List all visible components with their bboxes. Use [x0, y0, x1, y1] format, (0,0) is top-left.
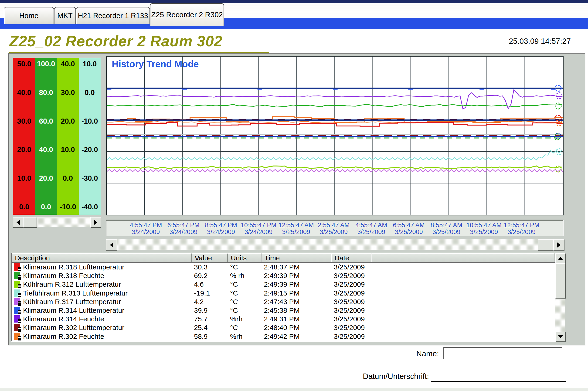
tab-z25-recorder-2-r302[interactable]: Z25 Recorder 2 R302	[150, 3, 224, 26]
scale-column-temperature-red: 50.040.030.020.010.00.0	[13, 58, 35, 215]
column-header-units[interactable]: Units	[228, 253, 262, 262]
table-row[interactable]: Tiefühlraum R.313 Lufttemperatur-19.1°C2…	[12, 289, 555, 298]
time-axis-time: 6:55:47 AM	[393, 222, 425, 229]
series-end-marker	[555, 103, 561, 109]
cell-time: 2:48:37 PM	[264, 263, 299, 272]
tab-h21-recorder-1-r133[interactable]: H21 Recorder 1 R133	[76, 7, 150, 24]
tab-home[interactable]: Home	[4, 7, 54, 24]
scale-tick: -30.0	[79, 174, 100, 182]
time-axis-label: 8:55:47 AM3/25/2009	[431, 222, 463, 235]
scale-tick: 10.0	[79, 60, 100, 68]
trend-line	[107, 166, 562, 169]
table-row[interactable]: Kühlraum R.317 Lufttemperatur4.2°C2:47:4…	[12, 297, 555, 306]
column-header-description[interactable]: Description	[12, 253, 192, 262]
tab-label: MKT	[57, 12, 72, 20]
time-axis-time: 2:55:47 AM	[318, 222, 350, 229]
time-axis-time: 12:55:47 PM	[504, 222, 539, 229]
trend-chart-canvas	[107, 57, 563, 215]
scale-scroll-left-button[interactable]	[13, 217, 23, 228]
left-arrow-icon	[110, 242, 113, 248]
tab-label: Z25 Recorder 2 R302	[151, 10, 223, 19]
chart-scrollbar[interactable]	[106, 239, 564, 250]
trend-chart[interactable]: History Trend Mode	[106, 56, 564, 215]
scale-tick: 0.0	[79, 89, 100, 97]
time-axis-date: 3/24/2009	[167, 229, 199, 235]
tab-label: H21 Recorder 1 R133	[78, 12, 148, 20]
time-axis-time: 8:55:47 AM	[431, 222, 463, 229]
datetime-display: 25.03.09 14:57:27	[509, 37, 571, 46]
series-color-icon	[14, 263, 20, 271]
cell-units: °C	[230, 306, 238, 315]
column-header-value[interactable]: Value	[192, 253, 228, 262]
cell-units: % rh	[230, 271, 245, 280]
signature-line	[431, 381, 566, 382]
table-row[interactable]: Kühlraum R.312 Lufttemperatur4.6°C2:49:3…	[12, 280, 555, 289]
cell-time: 2:49:39 PM	[264, 280, 299, 289]
name-label: Name:	[370, 349, 439, 358]
tab-label: Home	[19, 12, 39, 20]
table-scrollbar-thumb[interactable]	[555, 263, 566, 298]
time-axis-label: 12:55:47 PM3/25/2009	[504, 222, 539, 235]
series-color-icon	[14, 333, 20, 340]
chart-scroll-left-button[interactable]	[106, 239, 117, 251]
series-color-icon	[14, 324, 20, 331]
time-axis-label: 10:55:47 AM3/25/2009	[466, 222, 502, 235]
table-scroll-down-button[interactable]	[555, 332, 566, 342]
table-row[interactable]: Klimaraum R.302 Feuchte58.9%rh2:49:42 PM…	[12, 332, 555, 341]
scale-scroll-right-button[interactable]	[90, 217, 101, 228]
signature-label: Datum/Unterschrift:	[363, 372, 429, 381]
series-color-icon	[14, 298, 20, 305]
table-scroll-up-button[interactable]	[555, 253, 566, 264]
table-row[interactable]: Klimaraum R.314 Feuchte75.7%rh2:49:31 PM…	[12, 315, 555, 323]
scale-tick: -40.0	[79, 203, 100, 211]
table-row[interactable]: Klimaraum R.318 Feuchte69.2% rh2:49:39 P…	[12, 271, 555, 280]
cell-description: Kühlraum R.312 Lufttemperatur	[23, 280, 121, 289]
cell-time: 2:48:40 PM	[264, 323, 299, 332]
series-end-marker	[556, 93, 562, 99]
scale-scrollbar[interactable]	[13, 217, 100, 227]
table-row[interactable]: Klimaraum R.302 Lufttemperatur25.4°C2:48…	[12, 323, 555, 332]
time-axis-time: 10:55:47 PM	[241, 222, 276, 229]
scale-tick: 60.0	[35, 117, 57, 125]
name-input[interactable]	[443, 347, 562, 359]
cell-date: 3/25/2009	[334, 271, 365, 280]
column-header-filler	[372, 253, 555, 262]
cell-description: Tiefühlraum R.313 Lufttemperatur	[23, 289, 128, 298]
cell-date: 3/25/2009	[334, 280, 365, 289]
scale-tick: 0.0	[13, 203, 35, 211]
tab-mkt[interactable]: MKT	[54, 7, 76, 24]
column-header-time[interactable]: Time	[262, 253, 331, 262]
time-axis-date: 3/25/2009	[393, 229, 425, 235]
scale-tick: -20.0	[79, 146, 100, 154]
sensor-table[interactable]: DescriptionValueUnitsTimeDate Klimaraum …	[11, 253, 565, 342]
time-axis-time: 6:55:47 PM	[167, 222, 199, 229]
table-scrollbar[interactable]	[555, 253, 565, 341]
time-axis-time: 12:55:47 AM	[279, 222, 314, 229]
cell-date: 3/25/2009	[334, 306, 365, 315]
table-row[interactable]: Klimaraum R.318 Lufttemperatur30.3°C2:48…	[12, 263, 555, 272]
scale-tick: 100.0	[35, 60, 57, 68]
time-axis-label: 4:55:47 PM3/24/2009	[130, 222, 162, 235]
scale-tick: -10.0	[79, 117, 100, 125]
cell-value: 58.9	[194, 332, 207, 341]
chart-scrollbar-track[interactable]	[106, 239, 564, 250]
time-axis-label: 4:55:47 AM3/25/2009	[355, 222, 387, 235]
recorder-screen: HomeMKTH21 Recorder 1 R133Z25 Recorder 2…	[0, 0, 588, 391]
bottom-strip	[0, 388, 588, 391]
scale-scrollbar-thumb[interactable]	[23, 217, 37, 228]
up-arrow-icon	[558, 257, 563, 260]
cell-date: 3/25/2009	[334, 289, 365, 298]
chart-scroll-right-button[interactable]	[553, 239, 565, 251]
cell-units: °C	[230, 280, 238, 289]
scale-tick: 40.0	[35, 146, 57, 154]
scale-column-temperature-light-green: 40.030.020.010.00.0-10.0	[57, 58, 79, 215]
column-header-date[interactable]: Date	[331, 253, 372, 262]
chart-scrollbar-thumb[interactable]	[538, 239, 553, 251]
table-row[interactable]: Klimaraum R.314 Lufttemperatur39.9°C2:45…	[12, 306, 555, 315]
cell-units: %rh	[230, 315, 242, 323]
scale-tick: 0.0	[57, 174, 79, 182]
time-axis-time: 4:55:47 PM	[130, 222, 162, 229]
cell-description: Klimaraum R.318 Feuchte	[23, 271, 104, 280]
time-axis-date: 3/25/2009	[431, 229, 463, 235]
time-axis-label: 6:55:47 AM3/25/2009	[393, 222, 425, 235]
